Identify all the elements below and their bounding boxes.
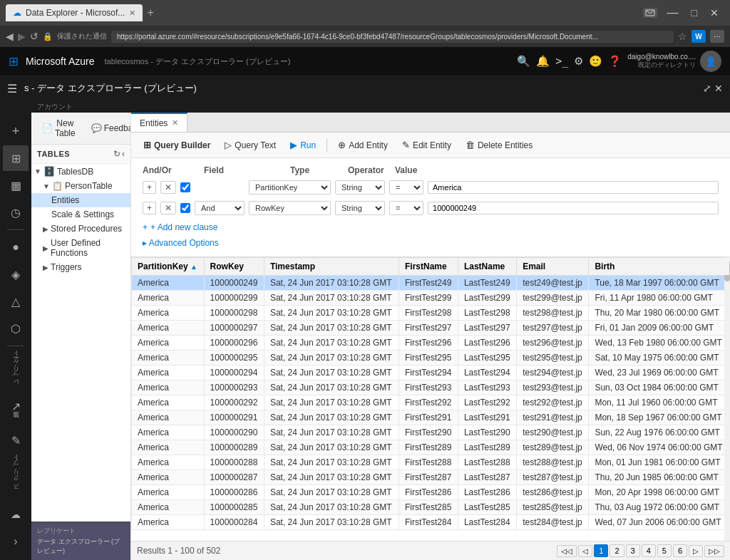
table-row[interactable]: America1000000299Sat, 24 Jun 2017 03:10:…: [132, 291, 730, 306]
collapse-tables-btn[interactable]: ‹: [122, 149, 125, 159]
delete-entities-btn[interactable]: 🗑 Delete Entities: [459, 136, 539, 154]
new-table-btn[interactable]: 📄 New Table: [37, 115, 81, 141]
new-tab-btn[interactable]: +: [147, 6, 153, 19]
ext-icon-w[interactable]: W: [692, 30, 706, 43]
table-scrollbar[interactable]: [724, 257, 730, 541]
table-row[interactable]: America1000000294Sat, 24 Jun 2017 03:10:…: [132, 365, 730, 380]
back-btn[interactable]: ◀: [6, 31, 14, 42]
col-rowkey[interactable]: RowKey: [204, 258, 264, 276]
sidebar-item-table[interactable]: ▦: [3, 172, 29, 198]
data-table-wrapper[interactable]: PartitionKey ▲ RowKey Timestamp FirstNam…: [131, 257, 730, 541]
qb-row2-andor[interactable]: And: [195, 201, 245, 215]
table-row[interactable]: America1000000292Sat, 24 Jun 2017 03:10:…: [132, 395, 730, 410]
table-row[interactable]: America1000000286Sat, 24 Jun 2017 03:10:…: [132, 485, 730, 500]
subtitle-expand-btn[interactable]: ⤢: [703, 83, 711, 94]
sidebar-item-arrow[interactable]: ↗: [3, 393, 29, 419]
sidebar-item-clock[interactable]: ◷: [3, 199, 29, 225]
qb-row2-remove[interactable]: ✕: [160, 202, 176, 214]
page-last-btn[interactable]: ▷▷: [704, 545, 724, 557]
qb-row1-check[interactable]: [180, 182, 190, 192]
table-row[interactable]: America1000000293Sat, 24 Jun 2017 03:10:…: [132, 380, 730, 395]
page-3-btn[interactable]: 3: [626, 544, 640, 557]
run-btn[interactable]: ▶ Run: [284, 136, 322, 154]
forward-btn[interactable]: ▶: [18, 31, 26, 42]
sidebar-item-expand[interactable]: ›: [3, 529, 29, 554]
refresh-btn[interactable]: ↺: [30, 31, 38, 42]
qb-row2-add[interactable]: +: [143, 202, 156, 214]
table-row[interactable]: America1000000291Sat, 24 Jun 2017 03:10:…: [132, 410, 730, 425]
sidebar-item-edit[interactable]: ✎: [3, 427, 29, 453]
qb-row1-op[interactable]: =: [389, 180, 423, 195]
table-row[interactable]: America1000000298Sat, 24 Jun 2017 03:10:…: [132, 306, 730, 321]
cloud-shell-btn[interactable]: >_: [555, 55, 568, 68]
col-timestamp[interactable]: Timestamp: [264, 258, 399, 276]
tree-item-scale[interactable]: Scale & Settings: [31, 207, 130, 222]
page-next-btn[interactable]: ▷: [689, 545, 703, 557]
query-builder-btn[interactable]: ⊞ Query Builder: [137, 136, 217, 154]
table-row[interactable]: America1000000295Sat, 24 Jun 2017 03:10:…: [132, 351, 730, 365]
table-row[interactable]: America1000000287Sat, 24 Jun 2017 03:10:…: [132, 470, 730, 485]
qb-row1-add[interactable]: +: [143, 181, 156, 194]
star-icon[interactable]: ☆: [678, 31, 687, 42]
tree-item-tablesdb[interactable]: ▼ 🗄️ TablesDB: [31, 164, 130, 179]
browser-tab[interactable]: ☁ Data Explorer - Microsof... ✕: [6, 4, 143, 21]
page-prev-btn[interactable]: ◁: [578, 545, 592, 557]
table-row[interactable]: America1000000288Sat, 24 Jun 2017 03:10:…: [132, 455, 730, 470]
table-row[interactable]: America1000000290Sat, 24 Jun 2017 03:10:…: [132, 425, 730, 440]
sidebar-item-cloud[interactable]: ☁: [3, 502, 29, 527]
table-row[interactable]: America1000000284Sat, 24 Jun 2017 03:10:…: [132, 515, 730, 530]
table-row[interactable]: America1000000249Sat, 24 Jun 2017 03:10:…: [132, 276, 730, 291]
col-partitionkey[interactable]: PartitionKey ▲: [132, 258, 205, 276]
sidebar-item-circle[interactable]: ●: [3, 234, 29, 260]
win-close[interactable]: ✕: [704, 6, 724, 19]
sidebar-item-diamond[interactable]: ◈: [3, 261, 29, 287]
col-lastname[interactable]: LastName: [458, 258, 516, 276]
col-firstname[interactable]: FirstName: [399, 258, 458, 276]
page-2-btn[interactable]: 2: [610, 544, 624, 557]
page-6-btn[interactable]: 6: [673, 544, 687, 557]
sidebar-item-triangle[interactable]: △: [3, 289, 29, 314]
win-maximize[interactable]: □: [686, 6, 703, 19]
tree-item-entities[interactable]: Entities: [31, 193, 130, 207]
qb-row2-field[interactable]: RowKey: [249, 201, 331, 215]
hamburger-btn[interactable]: ☰: [7, 82, 17, 95]
qb-row1-type[interactable]: String: [335, 180, 385, 195]
tree-item-persontable[interactable]: ▼ 📋 PersonTable: [31, 179, 130, 193]
col-email[interactable]: Email: [517, 258, 589, 276]
sidebar-item-grid[interactable]: ⊞: [3, 145, 29, 171]
table-row[interactable]: America1000000296Sat, 24 Jun 2017 03:10:…: [132, 336, 730, 351]
sidebar-item-hex[interactable]: ⬡: [3, 316, 29, 341]
tree-item-stored-procs[interactable]: ▶ Stored Procedures: [31, 222, 130, 236]
tree-item-udfs[interactable]: ▶ User Defined Functions: [31, 236, 130, 260]
add-clause-btn[interactable]: + + Add new clause: [137, 219, 724, 235]
page-1-btn[interactable]: 1: [594, 544, 608, 557]
qb-row1-remove[interactable]: ✕: [160, 181, 176, 194]
tab-close-icon[interactable]: ✕: [129, 9, 135, 18]
add-entity-btn[interactable]: ⊕ Add Entity: [331, 136, 394, 154]
table-row[interactable]: America1000000285Sat, 24 Jun 2017 03:10:…: [132, 500, 730, 515]
table-row[interactable]: America1000000289Sat, 24 Jun 2017 03:10:…: [132, 440, 730, 455]
query-text-btn[interactable]: ▷ Query Text: [218, 136, 282, 154]
advanced-options-btn[interactable]: ▸ Advanced Options: [137, 235, 724, 251]
smiley-btn[interactable]: 🙂: [589, 55, 602, 68]
col-birth[interactable]: Birth: [589, 258, 730, 276]
page-first-btn[interactable]: ◁◁: [557, 545, 577, 557]
settings-btn[interactable]: ⚙: [574, 55, 583, 68]
qb-row2-value[interactable]: [428, 202, 719, 214]
search-btn[interactable]: 🔍: [517, 55, 530, 68]
address-input[interactable]: [111, 31, 674, 43]
tree-item-triggers[interactable]: ▶ Triggers: [31, 260, 130, 274]
qb-row2-op[interactable]: =: [389, 201, 423, 215]
qb-row1-value[interactable]: [428, 181, 719, 194]
ext-icon-more[interactable]: ⋯: [710, 30, 724, 43]
help-btn[interactable]: ❓: [608, 55, 622, 68]
sidebar-item-plus[interactable]: +: [3, 118, 29, 144]
table-row[interactable]: America1000000297Sat, 24 Jun 2017 03:10:…: [132, 321, 730, 336]
page-4-btn[interactable]: 4: [642, 544, 656, 557]
refresh-tables-btn[interactable]: ↻: [113, 149, 120, 159]
tab-entities[interactable]: Entities ✕: [131, 113, 187, 132]
page-5-btn[interactable]: 5: [657, 544, 672, 557]
tab-entities-close[interactable]: ✕: [172, 118, 178, 128]
avatar[interactable]: 👤: [700, 51, 721, 72]
subtitle-close-btn[interactable]: ✕: [714, 83, 723, 94]
